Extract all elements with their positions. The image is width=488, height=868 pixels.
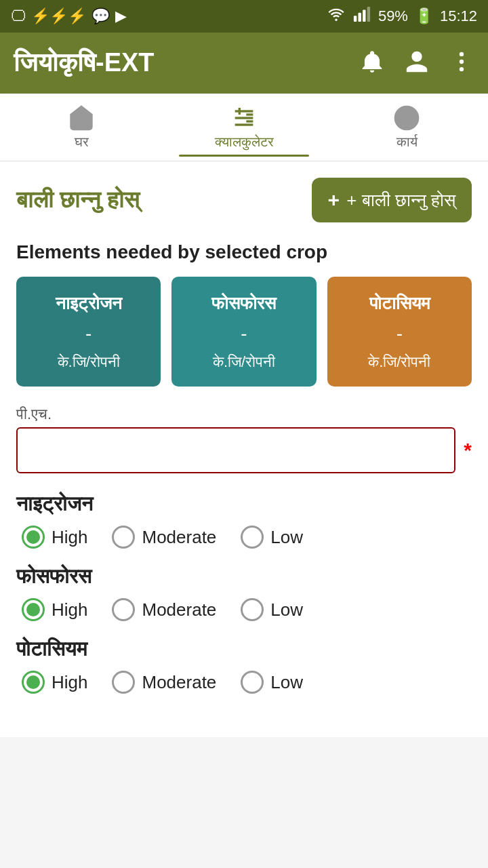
potassium-moderate-label: Moderate	[142, 672, 216, 693]
nitrogen-high-option[interactable]: High	[22, 526, 87, 549]
sim-icon: 🖵	[11, 7, 26, 25]
more-options-button[interactable]	[449, 49, 474, 77]
play-icon: ▶	[115, 7, 127, 25]
phosphorus-high-option[interactable]: High	[22, 598, 87, 621]
svg-rect-2	[363, 9, 365, 22]
nitrogen-high-label: High	[52, 527, 87, 548]
phosphorus-card: फोसफोरस - के.जि/रोपनी	[171, 277, 316, 387]
potassium-name: पोटासियम	[334, 290, 465, 317]
potassium-value: -	[334, 319, 465, 348]
potassium-low-label: Low	[270, 672, 303, 693]
main-content: बाली छान्नु होस् + + बाली छान्नु होस् El…	[0, 161, 488, 737]
notification-button[interactable]	[359, 49, 385, 77]
header-row: बाली छान्नु होस् + + बाली छान्नु होस्	[16, 178, 472, 222]
nitrogen-moderate-radio[interactable]	[112, 526, 135, 549]
potassium-unit: के.जि/रोपनी	[334, 351, 465, 373]
phosphorus-radio-group: High Moderate Low	[22, 598, 472, 621]
ph-input-wrapper: *	[16, 427, 472, 473]
svg-point-4	[460, 52, 464, 56]
phosphorus-label: फोसफोरस	[16, 565, 472, 589]
svg-rect-1	[358, 13, 361, 22]
status-info: 59% 🔋 15:12	[327, 7, 477, 26]
phosphorus-moderate-radio[interactable]	[112, 598, 135, 621]
phosphorus-value: -	[178, 319, 309, 348]
phosphorus-low-label: Low	[270, 599, 303, 620]
tab-home[interactable]: घर	[0, 98, 163, 157]
element-cards: नाइट्रोजन - के.जि/रोपनी फोसफोरस - के.जि/…	[16, 277, 472, 387]
phosphorus-moderate-option[interactable]: Moderate	[112, 598, 216, 621]
svg-point-5	[460, 60, 464, 64]
tab-bar: घर क्यालकुलेटर कार्य	[0, 94, 488, 161]
potassium-moderate-radio[interactable]	[112, 671, 135, 694]
nitrogen-moderate-label: Moderate	[142, 527, 216, 548]
potassium-low-option[interactable]: Low	[241, 671, 303, 694]
nitrogen-unit: के.जि/रोपनी	[23, 351, 154, 373]
potassium-label: पोटासियम	[16, 637, 472, 661]
ph-label: पी.एच.	[16, 406, 472, 423]
status-icons: 🖵 ⚡⚡⚡ 💬 ▶	[11, 7, 127, 25]
potassium-high-radio[interactable]	[22, 671, 45, 694]
tab-calculator[interactable]: क्यालकुलेटर	[163, 98, 325, 157]
phosphorus-moderate-label: Moderate	[142, 599, 216, 620]
nitrogen-low-radio[interactable]	[241, 526, 264, 549]
status-bar: 🖵 ⚡⚡⚡ 💬 ▶ 59% 🔋 15:12	[0, 0, 488, 33]
app-bar: जियोकृषि-EXT	[0, 33, 488, 94]
nitrogen-radio-group: High Moderate Low	[22, 526, 472, 549]
phosphorus-low-radio[interactable]	[241, 598, 264, 621]
svg-rect-3	[367, 7, 370, 22]
potassium-high-option[interactable]: High	[22, 671, 87, 694]
clock-time: 15:12	[440, 7, 477, 25]
nitrogen-label: नाइट्रोजन	[16, 492, 472, 516]
potassium-low-radio[interactable]	[241, 671, 264, 694]
battery-text: 59%	[378, 7, 408, 25]
add-button-label: + बाली छान्नु होस्	[346, 190, 455, 211]
potassium-moderate-option[interactable]: Moderate	[112, 671, 216, 694]
nitrogen-value: -	[23, 319, 154, 348]
battery-icon: 🔋	[415, 7, 433, 25]
potassium-radio-group: High Moderate Low	[22, 671, 472, 694]
nitrogen-moderate-option[interactable]: Moderate	[112, 526, 216, 549]
tab-task[interactable]: कार्य	[325, 98, 488, 157]
wechat-icon: 💬	[92, 7, 110, 25]
notification-icons: ⚡⚡⚡	[31, 7, 86, 25]
profile-button[interactable]	[404, 49, 430, 77]
signal-icon	[352, 7, 371, 26]
nitrogen-low-option[interactable]: Low	[241, 526, 303, 549]
page-title: बाली छान्नु होस्	[16, 186, 140, 214]
elements-heading: Elements needed by selected crop	[16, 241, 472, 263]
phosphorus-low-option[interactable]: Low	[241, 598, 303, 621]
app-title: जियोकृषि-EXT	[14, 48, 155, 78]
tab-task-label: कार्य	[396, 134, 418, 150]
plus-icon: +	[328, 189, 340, 212]
svg-rect-0	[354, 16, 357, 22]
nitrogen-name: नाइट्रोजन	[23, 290, 154, 317]
potassium-section: पोटासियम High Moderate Low	[16, 637, 472, 694]
nitrogen-high-radio[interactable]	[22, 526, 45, 549]
potassium-high-label: High	[52, 672, 87, 693]
required-star: *	[464, 439, 472, 462]
nitrogen-low-label: Low	[270, 527, 303, 548]
wifi-icon	[327, 7, 346, 26]
phosphorus-name: फोसफोरस	[178, 290, 309, 317]
potassium-card: पोटासियम - के.जि/रोपनी	[327, 277, 472, 387]
nitrogen-section: नाइट्रोजन High Moderate Low	[16, 492, 472, 549]
phosphorus-high-radio[interactable]	[22, 598, 45, 621]
phosphorus-high-label: High	[52, 599, 87, 620]
app-bar-actions	[359, 49, 474, 77]
tab-active-indicator	[179, 155, 309, 157]
phosphorus-section: फोसफोरस High Moderate Low	[16, 565, 472, 621]
ph-input[interactable]	[16, 427, 455, 473]
tab-home-label: घर	[75, 134, 89, 150]
phosphorus-unit: के.जि/रोपनी	[178, 351, 309, 373]
nitrogen-card: नाइट्रोजन - के.जि/रोपनी	[16, 277, 161, 387]
add-crop-button[interactable]: + + बाली छान्नु होस्	[312, 178, 472, 222]
tab-calculator-label: क्यालकुलेटर	[215, 134, 274, 150]
svg-point-6	[460, 67, 464, 71]
